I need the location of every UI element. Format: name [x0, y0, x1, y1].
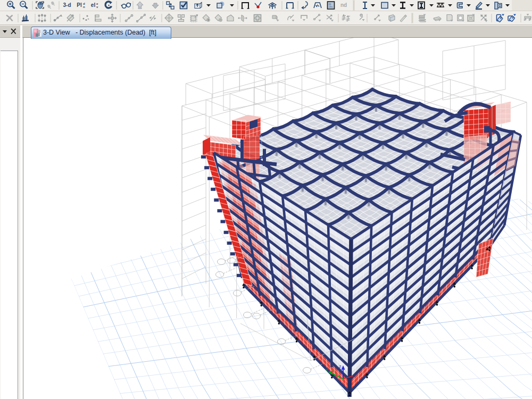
svg-text:3-d: 3-d	[63, 2, 71, 8]
svg-text:el: el	[91, 2, 96, 8]
svg-text:n: n	[83, 5, 85, 9]
svg-text:nd: nd	[340, 2, 347, 8]
svg-text:Pl: Pl	[77, 2, 82, 8]
svg-text:v: v	[96, 5, 98, 9]
